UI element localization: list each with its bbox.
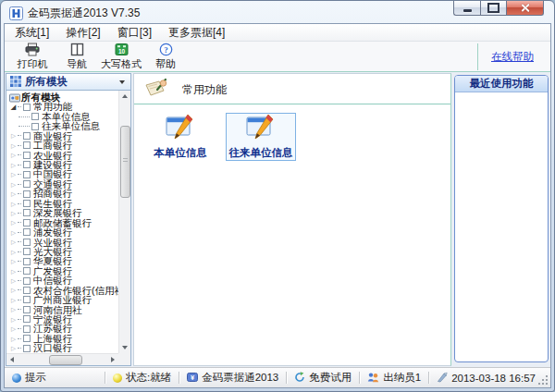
title-bar[interactable]: 金码票据通2013 V7.35 <box>4 1 551 23</box>
datetime-label: 2013-03-18 16:57 <box>451 373 536 384</box>
modules-grid-icon <box>10 74 21 91</box>
tree-horizontal-scrollbar[interactable] <box>6 353 118 365</box>
tree-checkbox[interactable] <box>31 123 39 130</box>
main-section-title: 常用功能 <box>182 82 227 98</box>
tree-checkbox[interactable] <box>23 219 31 227</box>
scroll-up-icon[interactable] <box>122 94 128 98</box>
expand-icon[interactable]: ▷ <box>9 335 18 343</box>
expand-icon[interactable]: ▷ <box>9 267 18 276</box>
tree-checkbox[interactable] <box>23 277 31 285</box>
tree-item[interactable]: ▷浦发银行 <box>6 227 118 237</box>
tree-checkbox[interactable] <box>23 267 31 275</box>
uppercase-format-button[interactable]: 10 大写格式 <box>99 43 143 71</box>
tree-checkbox[interactable] <box>23 306 31 313</box>
module-selector[interactable]: 所有模块 <box>6 73 131 91</box>
tree-checkbox[interactable] <box>23 239 31 246</box>
tree-checkbox[interactable] <box>23 325 31 333</box>
edit-window-icon <box>166 114 195 145</box>
tree-checkbox[interactable] <box>23 209 31 216</box>
expand-icon[interactable]: ▷ <box>9 296 18 304</box>
writing-hand-icon <box>143 78 169 102</box>
tree-checkbox[interactable] <box>23 315 31 323</box>
expand-icon[interactable]: ▷ <box>9 257 18 265</box>
module-tree: 所有模块◢常用功能本单位信息往来单位信息▷商业银行▷工商银行▷农业银行▷建设银行… <box>6 91 131 366</box>
tree-checkbox[interactable] <box>31 113 39 120</box>
status-bar: 提示 状态:就绪 ¥ 金码票据通2013 <box>5 367 550 387</box>
menu-item-more-bills[interactable]: 更多票据[4] <box>160 24 233 42</box>
expand-icon[interactable]: ▷ <box>9 325 18 333</box>
help-icon: ? <box>159 43 173 56</box>
expand-icon[interactable]: ▷ <box>9 315 18 324</box>
tree-checkbox[interactable] <box>23 228 31 236</box>
license-refresh-icon <box>294 372 305 385</box>
module-tree-rows: 所有模块◢常用功能本单位信息往来单位信息▷商业银行▷工商银行▷农业银行▷建设银行… <box>6 91 118 353</box>
help-label: 帮助 <box>155 57 176 71</box>
menu-item-window[interactable]: 窗口[3] <box>109 24 160 42</box>
horizontal-scroll-thumb[interactable] <box>49 355 82 365</box>
expand-icon[interactable]: ▷ <box>9 180 18 189</box>
tree-checkbox[interactable] <box>23 248 31 255</box>
online-help-link[interactable]: 在线帮助 <box>491 50 534 64</box>
expand-icon[interactable]: ▷ <box>9 248 18 256</box>
expand-icon[interactable]: ▷ <box>9 161 18 169</box>
function-list: 本单位信息 <box>134 104 450 161</box>
expand-icon[interactable]: ▷ <box>9 190 18 198</box>
tree-checkbox[interactable] <box>23 287 31 294</box>
function-item-company-info[interactable]: 本单位信息 <box>145 113 216 161</box>
tree-checkbox[interactable] <box>23 296 31 303</box>
user-label: 出纳员1 <box>383 371 421 385</box>
license-label: 免费试用 <box>309 371 352 385</box>
expand-icon[interactable]: ▷ <box>9 200 18 208</box>
tree-checkbox[interactable] <box>23 171 31 178</box>
scroll-right-icon[interactable] <box>111 357 115 362</box>
toolbar: 打印机 导航 <box>5 42 550 72</box>
navigation-button[interactable]: 导航 <box>55 43 99 71</box>
scroll-left-icon[interactable] <box>10 357 14 362</box>
menu-item-system[interactable]: 系统[1] <box>6 24 57 42</box>
tree-checkbox[interactable] <box>23 180 31 188</box>
window-title: 金码票据通2013 V7.35 <box>28 6 140 21</box>
menu-item-operate[interactable]: 操作[2] <box>57 24 108 42</box>
minimize-button[interactable] <box>453 1 480 16</box>
expand-icon[interactable]: ▷ <box>9 218 18 227</box>
function-item-contact-info[interactable]: 往来单位信息 <box>226 113 296 161</box>
collapse-icon[interactable]: ◢ <box>9 103 18 111</box>
tree-vertical-scrollbar[interactable] <box>118 91 130 353</box>
expand-icon[interactable]: ▷ <box>9 344 18 352</box>
tree-checkbox[interactable] <box>23 345 31 352</box>
maximize-button[interactable] <box>480 1 507 16</box>
tree-checkbox[interactable] <box>23 132 31 140</box>
close-button[interactable] <box>507 1 544 16</box>
vertical-scroll-thumb[interactable] <box>120 126 130 198</box>
expand-icon[interactable]: ▷ <box>9 170 18 178</box>
tree-checkbox[interactable] <box>23 258 31 265</box>
maximize-icon <box>487 3 500 13</box>
tree-checkbox[interactable] <box>23 161 31 168</box>
expand-icon[interactable]: ▷ <box>9 276 18 285</box>
expand-icon[interactable]: ▷ <box>9 209 18 217</box>
printer-button[interactable]: 打印机 <box>10 43 55 71</box>
tree-checkbox[interactable] <box>23 190 31 198</box>
function-item-label: 往来单位信息 <box>229 146 293 160</box>
expand-icon[interactable]: ▷ <box>9 151 18 159</box>
expand-icon[interactable]: ▷ <box>9 141 18 150</box>
svg-text:?: ? <box>164 45 168 55</box>
expand-icon[interactable]: ▷ <box>9 305 18 313</box>
tree-checkbox[interactable] <box>23 152 31 159</box>
printer-label: 打印机 <box>18 57 48 71</box>
tree-checkbox[interactable] <box>23 335 31 342</box>
sidebar: 所有模块 所有模块◢常用功能本单位信息往来单位信息▷商业银行▷工商银行▷农业银行… <box>6 73 131 366</box>
expand-icon[interactable]: ▷ <box>9 228 18 237</box>
expand-icon[interactable]: ▷ <box>9 131 18 140</box>
main-header: 常用功能 <box>134 74 450 104</box>
tree-checkbox[interactable] <box>23 104 31 111</box>
help-button[interactable]: ? 帮助 <box>143 43 188 71</box>
expand-icon[interactable]: ▷ <box>9 286 18 294</box>
resize-grip[interactable] <box>537 374 549 386</box>
app-name-label: 金码票据通2013 <box>202 371 278 385</box>
tree-checkbox[interactable] <box>23 200 31 207</box>
expand-icon[interactable]: ▷ <box>9 238 18 246</box>
minimize-icon <box>463 9 472 12</box>
tree-checkbox[interactable] <box>23 141 31 149</box>
scroll-down-icon[interactable] <box>122 346 128 349</box>
